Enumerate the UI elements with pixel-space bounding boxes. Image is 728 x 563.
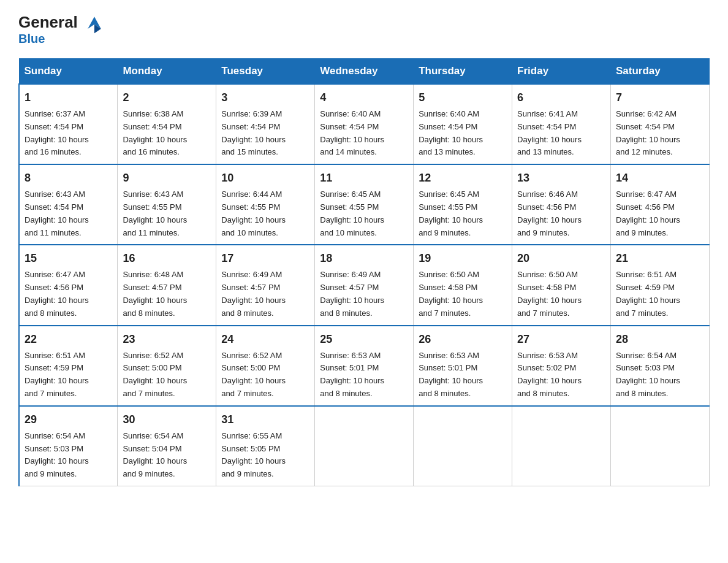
calendar-cell: 12 Sunrise: 6:45 AMSunset: 4:55 PMDaylig… xyxy=(414,164,512,245)
calendar-cell xyxy=(512,406,611,486)
calendar-cell: 20 Sunrise: 6:50 AMSunset: 4:58 PMDaylig… xyxy=(512,245,611,325)
day-number: 13 xyxy=(517,170,605,186)
day-info: Sunrise: 6:53 AMSunset: 5:02 PMDaylight:… xyxy=(517,351,582,398)
day-info: Sunrise: 6:38 AMSunset: 4:54 PMDaylight:… xyxy=(123,109,187,156)
day-number: 27 xyxy=(517,331,605,348)
calendar-cell: 26 Sunrise: 6:53 AMSunset: 5:01 PMDaylig… xyxy=(414,326,512,406)
day-number: 11 xyxy=(320,170,408,186)
calendar-cell: 30 Sunrise: 6:54 AMSunset: 5:04 PMDaylig… xyxy=(118,406,216,486)
day-info: Sunrise: 6:53 AMSunset: 5:01 PMDaylight:… xyxy=(320,351,384,398)
day-number: 12 xyxy=(419,170,507,186)
calendar-cell: 18 Sunrise: 6:49 AMSunset: 4:57 PMDaylig… xyxy=(315,245,414,325)
day-number: 5 xyxy=(419,90,507,106)
weekday-header-monday: Monday xyxy=(118,59,216,85)
day-number: 21 xyxy=(616,250,704,267)
day-number: 9 xyxy=(123,170,211,186)
day-number: 16 xyxy=(123,250,211,267)
day-number: 2 xyxy=(123,90,211,106)
day-info: Sunrise: 6:46 AMSunset: 4:56 PMDaylight:… xyxy=(517,190,582,237)
day-info: Sunrise: 6:43 AMSunset: 4:54 PMDaylight:… xyxy=(25,190,89,237)
calendar-cell xyxy=(315,406,414,486)
weekday-header-tuesday: Tuesday xyxy=(216,59,315,85)
calendar-cell: 1 Sunrise: 6:37 AMSunset: 4:54 PMDayligh… xyxy=(19,84,118,164)
header: General Blue xyxy=(18,12,710,46)
day-info: Sunrise: 6:40 AMSunset: 4:54 PMDaylight:… xyxy=(320,109,384,156)
day-info: Sunrise: 6:51 AMSunset: 4:59 PMDaylight:… xyxy=(25,351,89,398)
day-info: Sunrise: 6:51 AMSunset: 4:59 PMDaylight:… xyxy=(616,270,680,317)
day-number: 17 xyxy=(221,250,309,267)
day-number: 1 xyxy=(25,90,112,106)
day-info: Sunrise: 6:49 AMSunset: 4:57 PMDaylight:… xyxy=(221,270,286,317)
calendar-cell: 4 Sunrise: 6:40 AMSunset: 4:54 PMDayligh… xyxy=(315,84,414,164)
day-info: Sunrise: 6:53 AMSunset: 5:01 PMDaylight:… xyxy=(419,351,483,398)
weekday-header-saturday: Saturday xyxy=(611,59,710,85)
day-info: Sunrise: 6:54 AMSunset: 5:04 PMDaylight:… xyxy=(123,431,187,478)
calendar-cell: 24 Sunrise: 6:52 AMSunset: 5:00 PMDaylig… xyxy=(216,326,315,406)
calendar-cell: 15 Sunrise: 6:47 AMSunset: 4:56 PMDaylig… xyxy=(19,245,118,325)
day-number: 4 xyxy=(320,90,408,106)
day-info: Sunrise: 6:54 AMSunset: 5:03 PMDaylight:… xyxy=(616,351,680,398)
calendar-cell: 28 Sunrise: 6:54 AMSunset: 5:03 PMDaylig… xyxy=(611,326,710,406)
day-info: Sunrise: 6:43 AMSunset: 4:55 PMDaylight:… xyxy=(123,190,187,237)
calendar-table: SundayMondayTuesdayWednesdayThursdayFrid… xyxy=(18,58,710,486)
day-info: Sunrise: 6:48 AMSunset: 4:57 PMDaylight:… xyxy=(123,270,187,317)
week-row-3: 15 Sunrise: 6:47 AMSunset: 4:56 PMDaylig… xyxy=(19,245,710,325)
calendar-cell: 9 Sunrise: 6:43 AMSunset: 4:55 PMDayligh… xyxy=(118,164,216,245)
day-info: Sunrise: 6:55 AMSunset: 5:05 PMDaylight:… xyxy=(221,431,286,478)
calendar-cell: 2 Sunrise: 6:38 AMSunset: 4:54 PMDayligh… xyxy=(118,84,216,164)
logo: General Blue xyxy=(18,12,105,46)
day-info: Sunrise: 6:40 AMSunset: 4:54 PMDaylight:… xyxy=(419,109,483,156)
day-number: 30 xyxy=(123,412,211,428)
day-info: Sunrise: 6:47 AMSunset: 4:56 PMDaylight:… xyxy=(616,190,680,237)
weekday-header-sunday: Sunday xyxy=(19,59,118,85)
day-info: Sunrise: 6:41 AMSunset: 4:54 PMDaylight:… xyxy=(517,109,582,156)
day-number: 29 xyxy=(25,412,112,428)
calendar-cell: 13 Sunrise: 6:46 AMSunset: 4:56 PMDaylig… xyxy=(512,164,611,245)
day-number: 22 xyxy=(25,331,112,348)
weekday-header-row: SundayMondayTuesdayWednesdayThursdayFrid… xyxy=(19,59,710,85)
calendar-cell: 5 Sunrise: 6:40 AMSunset: 4:54 PMDayligh… xyxy=(414,84,512,164)
day-info: Sunrise: 6:45 AMSunset: 4:55 PMDaylight:… xyxy=(320,190,384,237)
day-number: 14 xyxy=(616,170,704,186)
calendar-cell: 21 Sunrise: 6:51 AMSunset: 4:59 PMDaylig… xyxy=(611,245,710,325)
day-number: 10 xyxy=(221,170,309,186)
calendar-cell: 10 Sunrise: 6:44 AMSunset: 4:55 PMDaylig… xyxy=(216,164,315,245)
day-info: Sunrise: 6:54 AMSunset: 5:03 PMDaylight:… xyxy=(25,431,89,478)
day-info: Sunrise: 6:39 AMSunset: 4:54 PMDaylight:… xyxy=(221,109,286,156)
calendar-cell: 23 Sunrise: 6:52 AMSunset: 5:00 PMDaylig… xyxy=(118,326,216,406)
calendar-cell: 8 Sunrise: 6:43 AMSunset: 4:54 PMDayligh… xyxy=(19,164,118,245)
calendar-cell xyxy=(414,406,512,486)
day-info: Sunrise: 6:44 AMSunset: 4:55 PMDaylight:… xyxy=(221,190,286,237)
logo-text: General xyxy=(18,12,105,34)
calendar-cell: 7 Sunrise: 6:42 AMSunset: 4:54 PMDayligh… xyxy=(611,84,710,164)
calendar-cell: 11 Sunrise: 6:45 AMSunset: 4:55 PMDaylig… xyxy=(315,164,414,245)
calendar-cell: 22 Sunrise: 6:51 AMSunset: 4:59 PMDaylig… xyxy=(19,326,118,406)
calendar-cell: 19 Sunrise: 6:50 AMSunset: 4:58 PMDaylig… xyxy=(414,245,512,325)
calendar-cell: 14 Sunrise: 6:47 AMSunset: 4:56 PMDaylig… xyxy=(611,164,710,245)
day-info: Sunrise: 6:50 AMSunset: 4:58 PMDaylight:… xyxy=(517,270,582,317)
day-info: Sunrise: 6:42 AMSunset: 4:54 PMDaylight:… xyxy=(616,109,680,156)
calendar-cell: 3 Sunrise: 6:39 AMSunset: 4:54 PMDayligh… xyxy=(216,84,315,164)
weekday-header-friday: Friday xyxy=(512,59,611,85)
day-number: 15 xyxy=(25,250,112,267)
calendar-cell xyxy=(611,406,710,486)
day-number: 31 xyxy=(221,412,309,428)
day-info: Sunrise: 6:45 AMSunset: 4:55 PMDaylight:… xyxy=(419,190,483,237)
calendar-cell: 6 Sunrise: 6:41 AMSunset: 4:54 PMDayligh… xyxy=(512,84,611,164)
day-info: Sunrise: 6:37 AMSunset: 4:54 PMDaylight:… xyxy=(25,109,89,156)
day-number: 26 xyxy=(419,331,507,348)
day-info: Sunrise: 6:49 AMSunset: 4:57 PMDaylight:… xyxy=(320,270,384,317)
day-number: 19 xyxy=(419,250,507,267)
day-number: 20 xyxy=(517,250,605,267)
week-row-1: 1 Sunrise: 6:37 AMSunset: 4:54 PMDayligh… xyxy=(19,84,710,164)
weekday-header-wednesday: Wednesday xyxy=(315,59,414,85)
weekday-header-thursday: Thursday xyxy=(414,59,512,85)
day-number: 6 xyxy=(517,90,605,106)
day-number: 28 xyxy=(616,331,704,348)
day-info: Sunrise: 6:47 AMSunset: 4:56 PMDaylight:… xyxy=(25,270,89,317)
day-number: 7 xyxy=(616,90,704,106)
day-info: Sunrise: 6:50 AMSunset: 4:58 PMDaylight:… xyxy=(419,270,483,317)
week-row-4: 22 Sunrise: 6:51 AMSunset: 4:59 PMDaylig… xyxy=(19,326,710,406)
day-number: 3 xyxy=(221,90,309,106)
day-number: 24 xyxy=(221,331,309,348)
